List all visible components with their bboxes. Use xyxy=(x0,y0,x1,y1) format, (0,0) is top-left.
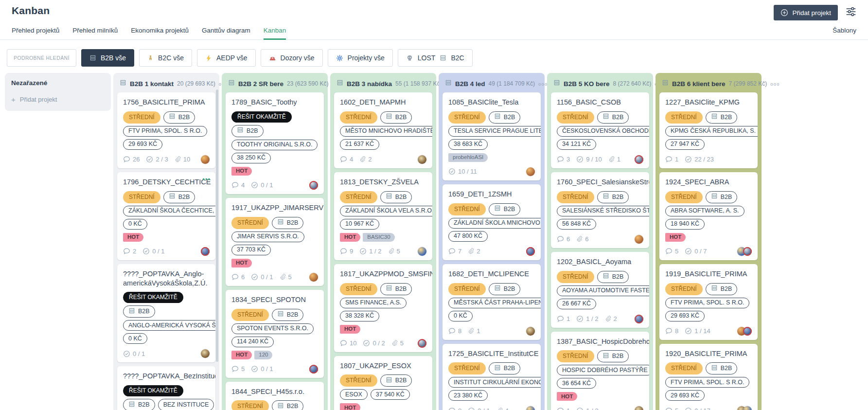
column-scrollbar[interactable] xyxy=(216,89,218,362)
stat-value: 9 / 10 xyxy=(586,156,602,163)
kanban-card[interactable]: 1917_UKAZPP_JIMARSERVISSTŘEDNÍB2BJIMAR S… xyxy=(226,198,324,286)
card-chips: STŘEDNÍB2BINSTITUT CIRKULÁRNÍ EKONOMIKY,… xyxy=(448,362,541,401)
kanban-card[interactable]: 1789_BASIC_ToothyŘEŠIT OKAMŽITĚB2BTOOTHY… xyxy=(226,92,324,194)
column-menu-button[interactable]: ooo xyxy=(538,81,548,87)
filter-dozory-all[interactable]: Dozory vše xyxy=(261,49,323,67)
kanban-card[interactable]: ????_POPTAVKA_BezInstituceŘEŠIT OKAMŽITĚ… xyxy=(117,366,215,410)
attachments-icon xyxy=(280,273,286,281)
card-stats: 0 / 1 xyxy=(123,349,210,358)
kanban-card[interactable]: 1760_SPECI_SalesianskeStrediskoStepanaTr… xyxy=(551,172,649,248)
card-title: 1919_BASICLITE_PRIMA xyxy=(665,269,752,279)
kanban-card[interactable]: 1227_BASIClite_KPMGSTŘEDNÍB2BKPMG ČESKÁ … xyxy=(659,92,758,168)
filter-lost-b2c[interactable]: LOSTB2C xyxy=(398,49,473,67)
card-list: 1756_BASICLITE_PRIMASTŘEDNÍB2BFTV PRIMA,… xyxy=(113,92,219,410)
stat-value: 0 / 1 xyxy=(261,273,273,281)
kanban-card[interactable]: 1202_BASICL_AoyamaSTŘEDNÍB2BAOYAMA AUTOM… xyxy=(551,252,649,328)
kanban-card[interactable]: 1756_BASICLITE_PRIMASTŘEDNÍB2BFTV PRIMA,… xyxy=(117,92,215,168)
hot-tag: HOT xyxy=(231,167,252,176)
stat-comment: 1 xyxy=(665,156,678,163)
kanban-card[interactable]: ????_POPTAVKA_Anglo-americkáVysokáŠkola,… xyxy=(117,264,215,363)
price-chip: 23 380 KČ xyxy=(448,390,488,401)
checklist-icon xyxy=(359,248,367,255)
comments-icon xyxy=(448,248,456,255)
priority-badge: STŘEDNÍ xyxy=(340,374,377,387)
avatar-group xyxy=(526,167,535,176)
card-chips: ŘEŠIT OKAMŽITĚB2BTOOTHY ORIGINAL S.R.O.3… xyxy=(231,111,324,163)
tab-gantt-v-diagram[interactable]: Ganttův diagram xyxy=(202,27,250,39)
column-count: 23 (623 590 Kč) xyxy=(287,80,328,87)
kanban-card[interactable]: 1924_SPECI_ABRASTŘEDNÍB2BABRA SOFTWARE, … xyxy=(659,172,758,260)
b2b-label: B2B xyxy=(721,194,732,200)
kanban-card[interactable]: 1602_DETI_MAPMHSTŘEDNÍB2BMĚSTO MNICHOVO … xyxy=(334,92,432,168)
tab-kanban[interactable]: Kanban xyxy=(264,27,286,39)
priority-badge: ŘEŠIT OKAMŽITĚ xyxy=(123,385,183,396)
kanban-card[interactable]: 1817_UKAZPPMOD_SMSFINANCESTŘEDNÍB2BSMS F… xyxy=(334,264,432,352)
filter-b2c-all[interactable]: B2C vše xyxy=(139,49,192,67)
add-project-button[interactable]: Přidat projekt xyxy=(774,5,838,20)
kanban-card[interactable]: 1807_UKAZPP_ESOXSTŘEDNÍB2BESOX37 540 KČH… xyxy=(334,356,432,410)
price-chip: 47 800 KČ xyxy=(448,231,488,242)
kanban-card[interactable]: 1725_BASICLITE_InstitutCESTŘEDNÍB2BINSTI… xyxy=(443,344,541,410)
b2b-label: B2B xyxy=(247,127,258,134)
card-tags: HOT xyxy=(665,233,752,242)
stat-value: 4 xyxy=(350,156,353,163)
kanban-card[interactable]: 1919_BASICLITE_PRIMASTŘEDNÍB2BFTV PRIMA,… xyxy=(659,264,758,340)
checklist-icon xyxy=(685,156,692,163)
stat-value: 0 / 1 xyxy=(478,407,490,410)
kanban-card[interactable]: 1387_BASIC_HospicDobrehoPastyreSTŘEDNÍB2… xyxy=(551,332,649,410)
filter-projekty-all[interactable]: Projekty vše xyxy=(328,49,393,67)
kanban-card[interactable]: 1156_BASIC_CSOBSTŘEDNÍB2BČESKOSLOVENSKÁ … xyxy=(551,92,649,168)
gear-icon xyxy=(336,54,343,62)
kanban-card[interactable]: 1085_BASIClite_TeslaSTŘEDNÍB2BTESLA SERV… xyxy=(443,92,541,180)
priority-badge: STŘEDNÍ xyxy=(231,400,269,410)
company-chip: JIMAR SERVIS S.R.O. xyxy=(231,232,304,242)
b2b-chip: B2B xyxy=(163,111,195,124)
column-menu-button[interactable]: ooo xyxy=(770,81,780,87)
tab-p-ehled-projekt-[interactable]: Přehled projektů xyxy=(12,27,59,39)
kanban-card[interactable]: •••1796_DETSKY_CECHTICESTŘEDNÍB2BZÁKLADN… xyxy=(117,172,215,260)
price-chip: 29 693 KČ xyxy=(665,390,705,401)
stat-attachment: 1 xyxy=(608,156,620,163)
kanban-card[interactable]: 1844_SPECI_H45s.r.o.STŘEDNÍB2BH 45 S.R.O… xyxy=(226,382,324,410)
kanban-card[interactable]: 1659_DETI_1ZSMHSTŘEDNÍB2BZÁKLADNÍ ŠKOLA … xyxy=(443,184,541,260)
board-settings-icon[interactable] xyxy=(845,5,857,20)
card-title: 1156_BASIC_CSOB xyxy=(557,98,643,107)
kanban-card[interactable]: 1920_BASICLITE_PRIMASTŘEDNÍB2BFTV PRIMA,… xyxy=(659,344,758,410)
stat-attachment: 2 xyxy=(468,248,480,255)
stat-value: 1 / 2 xyxy=(586,407,598,410)
building-icon xyxy=(602,113,609,121)
card-list: 1085_BASIClite_TeslaSTŘEDNÍB2BTESLA SERV… xyxy=(439,92,545,410)
kanban-card[interactable]: 1813_DETSKY_ZŠVELASTŘEDNÍB2BZÁKLADNÍ ŠKO… xyxy=(334,172,432,260)
hot-tag: HOT xyxy=(557,392,577,401)
priority-badge: STŘEDNÍ xyxy=(557,111,594,124)
tab-ekonomika-projekt-[interactable]: Ekonomika projektů xyxy=(131,27,189,39)
avatar-group xyxy=(635,235,643,244)
price-chip: 18 940 KČ xyxy=(665,219,705,230)
filter-b2b-all[interactable]: B2B vše xyxy=(81,49,134,67)
add-project-link[interactable]: +Přidat projekt xyxy=(5,91,111,103)
card-chips: STŘEDNÍB2BSMS FINANCE, A.S.38 328 KČ xyxy=(340,283,432,321)
filter-advanced-search[interactable]: PODROBNÉ HLEDÁNÍ xyxy=(7,49,76,67)
column-header: B2B 5 KO bere8 (272 640 Kč)ooo xyxy=(547,73,653,92)
comments-icon xyxy=(557,235,564,243)
tab-p-ehled-miln-k-[interactable]: Přehled milníků xyxy=(72,27,118,39)
building-icon xyxy=(440,54,446,61)
tab-templates[interactable]: Šablony xyxy=(833,27,856,39)
card-menu-button[interactable]: ••• xyxy=(202,176,211,182)
card-chips: STŘEDNÍB2BČESKOSLOVENSKÁ OBCHODNÍ BANKA,… xyxy=(557,111,649,150)
priority-badge: STŘEDNÍ xyxy=(448,283,486,295)
card-chips: STŘEDNÍB2BFTV PRIMA, SPOL. S R.O.29 693 … xyxy=(665,283,758,321)
filter-label: PODROBNÉ HLEDÁNÍ xyxy=(14,55,70,61)
alarm-icon xyxy=(269,54,276,62)
filter-aedp-all[interactable]: AEDP vše xyxy=(197,49,256,67)
building-icon xyxy=(228,79,235,88)
card-stats: 72 xyxy=(448,247,535,256)
stat-comment: 7 xyxy=(448,248,461,255)
b2b-label: B2B xyxy=(504,285,515,292)
b2b-chip: B2B xyxy=(272,400,304,410)
card-title: 1725_BASICLITE_InstitutCE xyxy=(448,349,535,358)
b2b-chip: B2B xyxy=(380,283,412,295)
kanban-card[interactable]: 1682_DETI_MCLIPENCESTŘEDNÍB2BMĚSTSKÁ ČÁS… xyxy=(443,264,541,340)
kanban-card[interactable]: 1834_SPECI_SPOTONSTŘEDNÍB2BSPOTON EVENTS… xyxy=(226,290,324,378)
price-chip: 114 240 KČ xyxy=(231,337,274,347)
